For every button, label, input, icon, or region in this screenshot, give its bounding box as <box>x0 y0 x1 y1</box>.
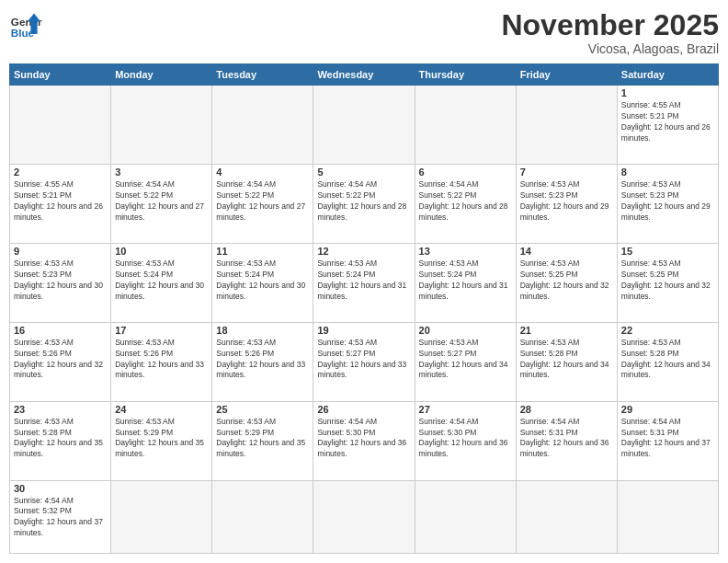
day-number: 25 <box>216 404 309 415</box>
day-info: Sunrise: 4:54 AMSunset: 5:22 PMDaylight:… <box>115 179 208 224</box>
day-number: 11 <box>216 246 309 257</box>
calendar-day-cell: 18Sunrise: 4:53 AMSunset: 5:26 PMDayligh… <box>212 322 313 401</box>
day-number: 18 <box>216 325 309 336</box>
day-info: Sunrise: 4:53 AMSunset: 5:24 PMDaylight:… <box>419 259 512 303</box>
calendar-week-row: 1Sunrise: 4:55 AMSunset: 5:21 PMDaylight… <box>10 86 719 165</box>
calendar-day-cell: 21Sunrise: 4:53 AMSunset: 5:28 PMDayligh… <box>516 322 617 401</box>
calendar-header-monday: Monday <box>111 64 212 86</box>
calendar-day-cell: 1Sunrise: 4:55 AMSunset: 5:21 PMDaylight… <box>617 86 718 165</box>
calendar-week-row: 16Sunrise: 4:53 AMSunset: 5:26 PMDayligh… <box>10 322 719 401</box>
day-number: 23 <box>14 404 107 415</box>
day-info: Sunrise: 4:54 AMSunset: 5:31 PMDaylight:… <box>621 417 714 461</box>
calendar-day-cell: 17Sunrise: 4:53 AMSunset: 5:26 PMDayligh… <box>111 322 212 401</box>
day-number: 13 <box>419 246 512 257</box>
day-info: Sunrise: 4:54 AMSunset: 5:31 PMDaylight:… <box>520 417 613 461</box>
day-info: Sunrise: 4:54 AMSunset: 5:22 PMDaylight:… <box>216 179 309 224</box>
calendar-day-cell: 13Sunrise: 4:53 AMSunset: 5:24 PMDayligh… <box>415 243 516 322</box>
day-info: Sunrise: 4:53 AMSunset: 5:29 PMDaylight:… <box>216 417 309 461</box>
day-info: Sunrise: 4:53 AMSunset: 5:27 PMDaylight:… <box>419 338 512 382</box>
day-info: Sunrise: 4:53 AMSunset: 5:25 PMDaylight:… <box>621 259 714 303</box>
day-number: 4 <box>216 167 309 178</box>
calendar-day-cell: 9Sunrise: 4:53 AMSunset: 5:23 PMDaylight… <box>10 243 111 322</box>
day-info: Sunrise: 4:53 AMSunset: 5:25 PMDaylight:… <box>520 259 613 303</box>
day-info: Sunrise: 4:55 AMSunset: 5:21 PMDaylight:… <box>14 179 107 224</box>
calendar-week-row: 30Sunrise: 4:54 AMSunset: 5:32 PMDayligh… <box>10 480 719 553</box>
calendar-day-cell: 23Sunrise: 4:53 AMSunset: 5:28 PMDayligh… <box>10 401 111 480</box>
day-number: 17 <box>115 325 208 336</box>
day-number: 21 <box>520 325 613 336</box>
calendar-header-friday: Friday <box>516 64 617 86</box>
calendar-header-sunday: Sunday <box>10 64 111 86</box>
day-info: Sunrise: 4:53 AMSunset: 5:24 PMDaylight:… <box>216 259 309 303</box>
calendar-header-thursday: Thursday <box>415 64 516 86</box>
calendar-day-cell: 12Sunrise: 4:53 AMSunset: 5:24 PMDayligh… <box>313 243 415 322</box>
calendar-day-cell: 14Sunrise: 4:53 AMSunset: 5:25 PMDayligh… <box>516 243 617 322</box>
calendar-day-cell <box>10 86 111 165</box>
day-number: 9 <box>14 246 107 257</box>
calendar-day-cell: 6Sunrise: 4:54 AMSunset: 5:22 PMDaylight… <box>415 165 516 244</box>
calendar-day-cell <box>516 86 617 165</box>
day-number: 30 <box>14 483 107 494</box>
calendar-day-cell: 16Sunrise: 4:53 AMSunset: 5:26 PMDayligh… <box>10 322 111 401</box>
day-info: Sunrise: 4:53 AMSunset: 5:23 PMDaylight:… <box>14 259 107 303</box>
day-number: 27 <box>419 404 512 415</box>
calendar-day-cell <box>111 86 212 165</box>
day-number: 5 <box>317 167 410 178</box>
calendar-day-cell: 4Sunrise: 4:54 AMSunset: 5:22 PMDaylight… <box>212 165 313 244</box>
calendar-day-cell: 27Sunrise: 4:54 AMSunset: 5:30 PMDayligh… <box>415 401 516 480</box>
day-number: 1 <box>621 87 714 98</box>
calendar-day-cell: 22Sunrise: 4:53 AMSunset: 5:28 PMDayligh… <box>617 322 718 401</box>
calendar-week-row: 23Sunrise: 4:53 AMSunset: 5:28 PMDayligh… <box>10 401 719 480</box>
day-info: Sunrise: 4:53 AMSunset: 5:23 PMDaylight:… <box>520 179 613 224</box>
logo: General Blue <box>9 9 42 42</box>
calendar-day-cell: 26Sunrise: 4:54 AMSunset: 5:30 PMDayligh… <box>313 401 415 480</box>
day-number: 12 <box>317 246 410 257</box>
calendar-week-row: 9Sunrise: 4:53 AMSunset: 5:23 PMDaylight… <box>10 243 719 322</box>
day-number: 10 <box>115 246 208 257</box>
calendar-header-wednesday: Wednesday <box>313 64 415 86</box>
calendar-day-cell: 28Sunrise: 4:54 AMSunset: 5:31 PMDayligh… <box>516 401 617 480</box>
calendar-table: SundayMondayTuesdayWednesdayThursdayFrid… <box>9 63 719 554</box>
calendar-week-row: 2Sunrise: 4:55 AMSunset: 5:21 PMDaylight… <box>10 165 719 244</box>
day-number: 26 <box>317 404 410 415</box>
day-info: Sunrise: 4:54 AMSunset: 5:22 PMDaylight:… <box>317 179 410 224</box>
day-info: Sunrise: 4:53 AMSunset: 5:29 PMDaylight:… <box>115 417 208 461</box>
calendar-day-cell <box>415 86 516 165</box>
day-number: 15 <box>621 246 714 257</box>
day-number: 8 <box>621 167 714 178</box>
calendar-day-cell <box>617 480 718 553</box>
day-number: 20 <box>419 325 512 336</box>
calendar-header-tuesday: Tuesday <box>212 64 313 86</box>
day-info: Sunrise: 4:53 AMSunset: 5:24 PMDaylight:… <box>115 259 208 303</box>
calendar-day-cell: 5Sunrise: 4:54 AMSunset: 5:22 PMDaylight… <box>313 165 415 244</box>
day-info: Sunrise: 4:55 AMSunset: 5:21 PMDaylight:… <box>621 100 714 144</box>
day-info: Sunrise: 4:53 AMSunset: 5:28 PMDaylight:… <box>621 338 714 382</box>
calendar-day-cell <box>212 480 313 553</box>
calendar-day-cell <box>313 480 415 553</box>
day-number: 7 <box>520 167 613 178</box>
calendar-day-cell: 8Sunrise: 4:53 AMSunset: 5:23 PMDaylight… <box>617 165 718 244</box>
calendar-day-cell: 29Sunrise: 4:54 AMSunset: 5:31 PMDayligh… <box>617 401 718 480</box>
month-title: November 2025 <box>501 9 719 41</box>
day-info: Sunrise: 4:53 AMSunset: 5:27 PMDaylight:… <box>317 338 410 382</box>
calendar-day-cell: 7Sunrise: 4:53 AMSunset: 5:23 PMDaylight… <box>516 165 617 244</box>
calendar-header-saturday: Saturday <box>617 64 718 86</box>
day-number: 16 <box>14 325 107 336</box>
day-info: Sunrise: 4:54 AMSunset: 5:30 PMDaylight:… <box>419 417 512 461</box>
day-info: Sunrise: 4:54 AMSunset: 5:22 PMDaylight:… <box>419 179 512 224</box>
day-number: 24 <box>115 404 208 415</box>
calendar-day-cell <box>212 86 313 165</box>
calendar-day-cell: 2Sunrise: 4:55 AMSunset: 5:21 PMDaylight… <box>10 165 111 244</box>
day-number: 29 <box>621 404 714 415</box>
calendar-day-cell: 15Sunrise: 4:53 AMSunset: 5:25 PMDayligh… <box>617 243 718 322</box>
day-number: 19 <box>317 325 410 336</box>
day-info: Sunrise: 4:54 AMSunset: 5:30 PMDaylight:… <box>317 417 410 461</box>
day-number: 28 <box>520 404 613 415</box>
logo-icon: General Blue <box>9 9 42 42</box>
calendar-day-cell <box>111 480 212 553</box>
day-info: Sunrise: 4:53 AMSunset: 5:26 PMDaylight:… <box>115 338 208 382</box>
day-number: 22 <box>621 325 714 336</box>
calendar-day-cell: 25Sunrise: 4:53 AMSunset: 5:29 PMDayligh… <box>212 401 313 480</box>
calendar-day-cell: 3Sunrise: 4:54 AMSunset: 5:22 PMDaylight… <box>111 165 212 244</box>
day-info: Sunrise: 4:53 AMSunset: 5:26 PMDaylight:… <box>14 338 107 382</box>
